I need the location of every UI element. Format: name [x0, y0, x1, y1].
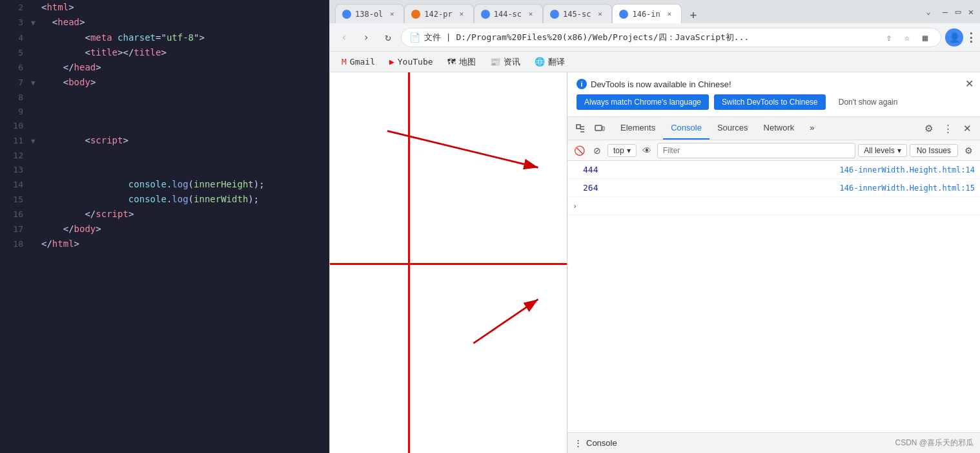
- line-number: 2: [5, 1, 23, 15]
- code-content: <body>: [41, 75, 96, 89]
- url-actions: ⇧ ☆ ▦: [881, 30, 933, 45]
- devtools-bottom-bar: ⋮ Console CSDN @喜乐天的邪瓜: [567, 432, 980, 453]
- tab-138[interactable]: 138-ol ✕: [335, 4, 404, 23]
- console-source-2[interactable]: 146-innerWidth.Height.html:15: [839, 184, 975, 193]
- tab-close-5[interactable]: ✕: [664, 9, 675, 19]
- line-number: 8: [5, 90, 23, 105]
- match-language-button[interactable]: Always match Chrome's language: [577, 94, 709, 110]
- code-line-12: 12: [0, 149, 329, 163]
- code-editor: 2 <html> 3 ▼ <head> 4 <meta charset="utf…: [0, 0, 329, 453]
- bookmark-maps[interactable]: 🗺 地图: [442, 54, 481, 70]
- tab-elements[interactable]: Elements: [613, 117, 663, 140]
- tab-sources[interactable]: Sources: [709, 117, 756, 140]
- code-content: <head>: [41, 15, 85, 29]
- bookmark-label-youtube: YouTube: [398, 57, 433, 67]
- close-button[interactable]: ✕: [967, 8, 975, 16]
- console-row-1: 444 146-innerWidth.Height.html:14: [567, 161, 980, 179]
- code-line-5: 5 <title></title>: [0, 45, 329, 60]
- tab-more[interactable]: »: [802, 117, 822, 140]
- code-line-11: 11 ▼ <script>: [0, 133, 329, 149]
- line-number: 11: [5, 134, 23, 148]
- console-output: 444 146-innerWidth.Height.html:14 264 14…: [567, 161, 980, 432]
- back-button[interactable]: ‹: [335, 28, 353, 47]
- notification-close-button[interactable]: ✕: [965, 78, 974, 90]
- tab-console-label: Console: [671, 123, 702, 132]
- url-bar[interactable]: 📄 文件 | D:/Program%20Files%20(x86)/Web/Pr…: [401, 28, 941, 47]
- bookmark-label-gmail: Gmail: [350, 57, 375, 67]
- forward-button[interactable]: ›: [357, 28, 375, 47]
- tab-favicon-1: [342, 10, 351, 19]
- side-panel-icon[interactable]: ▦: [917, 30, 933, 45]
- line-number: 5: [5, 46, 23, 60]
- maximize-button[interactable]: ▭: [954, 8, 962, 16]
- console-source-1[interactable]: 146-innerWidth.Height.html:14: [839, 165, 975, 174]
- line-number: 7: [5, 76, 23, 90]
- console-bottom-text: Console: [586, 438, 617, 448]
- switch-chinese-button[interactable]: Switch DevTools to Chinese: [714, 94, 826, 110]
- devtools-tabs: Elements Console Sources Network »: [613, 117, 915, 140]
- tab-elements-label: Elements: [620, 123, 655, 132]
- console-value-2: 264: [583, 183, 839, 193]
- info-icon: i: [577, 79, 587, 89]
- tab-142[interactable]: 142-pr ✕: [404, 4, 473, 23]
- issues-button[interactable]: No Issues: [910, 144, 958, 157]
- line-number: 18: [5, 237, 23, 251]
- console-row-3: ›: [567, 197, 980, 215]
- tab-145[interactable]: 145-sc ✕: [543, 4, 612, 23]
- log-levels-selector[interactable]: All levels ▾: [858, 144, 906, 157]
- device-toggle-button[interactable]: [591, 120, 609, 138]
- code-line-7: 7 ▼ <body>: [0, 75, 329, 90]
- devtools-notification: i DevTools is now available in Chinese! …: [567, 72, 980, 117]
- main-content: i DevTools is now available in Chinese! …: [330, 72, 980, 453]
- code-content: </body>: [41, 222, 101, 236]
- tab-favicon-4: [550, 10, 559, 19]
- dont-show-again-button[interactable]: Don't show again: [831, 94, 906, 110]
- minimize-button[interactable]: —: [941, 8, 949, 16]
- fold-indicator: ▼: [31, 134, 39, 149]
- console-clear-button[interactable]: 🚫: [571, 143, 587, 158]
- bookmark-translate[interactable]: 🌐 翻译: [529, 54, 570, 70]
- tab-146[interactable]: 146-in ✕: [612, 4, 681, 23]
- code-content: </script>: [41, 207, 134, 221]
- context-selector[interactable]: top ▾: [607, 144, 637, 157]
- tab-close-4[interactable]: ✕: [595, 9, 605, 19]
- bookmark-youtube[interactable]: ▶ YouTube: [384, 55, 438, 68]
- chrome-more-button[interactable]: ⋮: [967, 34, 975, 41]
- code-content: <script>: [41, 133, 128, 147]
- console-filter-input[interactable]: [657, 143, 856, 158]
- address-bar: ‹ › ↻ 📄 文件 | D:/Program%20Files%20(x86)/…: [330, 23, 980, 52]
- bookmark-news[interactable]: 📰 资讯: [485, 54, 526, 70]
- notification-actions: Always match Chrome's language Switch De…: [577, 94, 971, 110]
- devtools-settings-button[interactable]: ⚙: [919, 120, 937, 138]
- share-icon[interactable]: ⇧: [881, 30, 897, 45]
- gmail-icon: M: [342, 57, 347, 67]
- tab-overflow-button[interactable]: ⌄: [921, 4, 936, 19]
- devtools-more-button[interactable]: ⋮: [939, 120, 957, 138]
- devtools-close-button[interactable]: ✕: [958, 120, 976, 138]
- maps-icon: 🗺: [447, 57, 456, 67]
- console-settings-button[interactable]: ⚙: [961, 143, 976, 158]
- expand-icon-3[interactable]: ›: [573, 202, 583, 211]
- tab-close-1[interactable]: ✕: [387, 9, 397, 19]
- tab-network[interactable]: Network: [756, 117, 802, 140]
- tab-close-2[interactable]: ✕: [456, 9, 467, 19]
- new-tab-button[interactable]: +: [684, 5, 702, 23]
- console-menu-icon[interactable]: ⋮: [574, 438, 582, 448]
- tab-close-3[interactable]: ✕: [526, 9, 536, 19]
- youtube-icon: ▶: [389, 57, 394, 67]
- inspect-element-button[interactable]: [571, 120, 589, 138]
- code-line-17: 17 </body>: [0, 222, 329, 237]
- line-number: 15: [5, 193, 23, 207]
- tab-144[interactable]: 144-sc ✕: [474, 4, 543, 23]
- bookmark-gmail[interactable]: M Gmail: [336, 55, 380, 68]
- news-icon: 📰: [490, 57, 500, 67]
- tab-favicon-2: [411, 10, 420, 19]
- red-vertical-line: [408, 72, 410, 453]
- bookmark-star-icon[interactable]: ☆: [899, 30, 915, 45]
- console-filter-toggle[interactable]: ⊘: [589, 143, 605, 158]
- line-number: 10: [5, 119, 23, 133]
- reload-button[interactable]: ↻: [379, 28, 397, 47]
- custom-formatters-button[interactable]: 👁: [639, 143, 655, 158]
- tab-console[interactable]: Console: [663, 117, 709, 140]
- profile-button[interactable]: 👤: [945, 28, 963, 47]
